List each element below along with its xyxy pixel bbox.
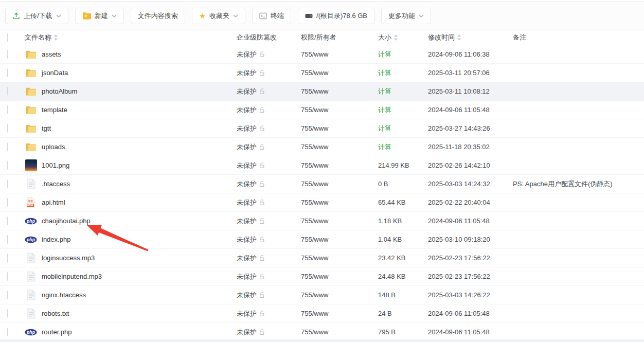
file-name[interactable]: jsonData (42, 69, 68, 77)
unlock-icon[interactable] (259, 106, 265, 113)
row-checkbox[interactable] (7, 161, 8, 170)
folder-icon (25, 87, 37, 96)
unlock-icon[interactable] (259, 181, 265, 187)
folder-icon (25, 124, 37, 133)
row-checkbox[interactable] (7, 291, 8, 299)
calculate-size-link[interactable]: 计算 (378, 105, 428, 115)
unlock-icon[interactable] (259, 162, 265, 169)
modified-time: 2025-02-23 17:56:22 (428, 254, 513, 262)
protect-status: 未保护 (237, 68, 257, 78)
protect-status: 未保护 (237, 328, 257, 337)
row-checkbox[interactable] (7, 179, 8, 188)
unlock-icon[interactable] (259, 88, 265, 95)
new-button[interactable]: 新建 (75, 8, 124, 24)
sort-icon[interactable] (393, 34, 398, 41)
unlock-icon[interactable] (259, 199, 265, 206)
calculate-size-link[interactable]: 计算 (378, 68, 428, 78)
calculate-size-link[interactable]: 计算 (378, 50, 428, 59)
upload-download-button[interactable]: 上传/下载 (5, 8, 68, 24)
file-name[interactable]: assets (42, 50, 61, 58)
row-checkbox[interactable] (7, 217, 8, 225)
folder-icon (25, 142, 37, 151)
header-size[interactable]: 大小 (378, 33, 428, 42)
table-row: .htaccess 未保护 755/www 0 B 2025-03-03 14:… (0, 175, 644, 193)
file-name[interactable]: mobileinputend.mp3 (42, 273, 102, 280)
unlock-icon[interactable] (259, 51, 265, 58)
file-name[interactable]: chaojihoutai.php (42, 217, 91, 225)
row-checkbox[interactable] (7, 105, 8, 114)
unlock-icon[interactable] (259, 218, 265, 224)
row-checkbox[interactable] (7, 254, 8, 262)
calculate-size-link[interactable]: 计算 (378, 142, 428, 152)
sort-icon[interactable] (53, 34, 58, 41)
file-name[interactable]: 1001.png (42, 161, 69, 169)
calculate-size-link[interactable]: 计算 (378, 87, 428, 96)
modified-time: 2025-03-03 14:26:22 (428, 291, 513, 299)
unlock-icon[interactable] (259, 310, 265, 317)
file-size: 214.99 KB (378, 161, 428, 169)
unlock-icon[interactable] (259, 125, 265, 132)
terminal-button[interactable]: 终端 (252, 8, 291, 24)
unlock-icon[interactable] (259, 236, 265, 243)
root-disk-button[interactable]: /(根目录)78.6 GB (298, 8, 374, 24)
favorites-button[interactable]: ★ 收藏夹 (192, 8, 245, 24)
file-name[interactable]: template (42, 106, 67, 114)
row-checkbox[interactable] (7, 198, 8, 207)
protect-status: 未保护 (237, 309, 257, 318)
new-folder-icon (82, 12, 91, 20)
chevron-down-icon (233, 14, 238, 17)
content-search-label: 文件内容搜索 (138, 11, 178, 21)
protect-status: 未保护 (237, 198, 257, 207)
file-size: 24.48 KB (378, 273, 428, 280)
calculate-size-link[interactable]: 计算 (378, 124, 428, 133)
select-all-checkbox[interactable] (7, 33, 8, 42)
file-name[interactable]: nginx.htaccess (42, 291, 86, 299)
protect-status: 未保护 (237, 235, 257, 244)
row-checkbox[interactable] (7, 142, 8, 151)
sort-icon[interactable] (457, 34, 461, 41)
permission-owner: 755/www (301, 291, 378, 299)
modified-time: 2025-02-22 20:40:04 (428, 199, 513, 206)
permission-owner: 755/www (301, 273, 378, 280)
file-name[interactable]: robots.txt (42, 310, 69, 317)
row-checkbox[interactable] (7, 235, 8, 244)
unlock-icon[interactable] (259, 329, 265, 335)
row-checkbox[interactable] (7, 87, 8, 96)
modified-time: 2024-09-06 11:05:48 (428, 106, 513, 114)
html-icon: <> HTML (25, 197, 37, 208)
unlock-icon[interactable] (259, 255, 265, 261)
row-checkbox[interactable] (7, 328, 8, 336)
row-checkbox[interactable] (7, 272, 8, 281)
svg-text:php: php (26, 237, 35, 242)
more-features-button[interactable]: 更多功能 (381, 8, 431, 24)
row-checkbox[interactable] (7, 124, 8, 133)
unlock-icon[interactable] (259, 273, 265, 280)
header-modified-time[interactable]: 修改时间 (428, 33, 513, 42)
content-search-button[interactable]: 文件内容搜索 (131, 8, 185, 24)
row-checkbox[interactable] (7, 50, 8, 59)
modified-time: 2024-09-06 11:06:38 (428, 50, 513, 58)
svg-text:php: php (26, 329, 35, 334)
row-checkbox[interactable] (7, 309, 8, 318)
header-file-name[interactable]: 文件名称 (25, 33, 237, 42)
modified-time: 2024-09-06 11:05:48 (428, 310, 513, 317)
file-name[interactable]: index.php (42, 236, 70, 243)
unlock-icon[interactable] (259, 292, 265, 298)
file-name[interactable]: api.html (42, 199, 65, 206)
file-name[interactable]: .htaccess (42, 180, 70, 188)
new-label: 新建 (95, 11, 108, 21)
file-name[interactable]: uploads (42, 143, 65, 151)
row-checkbox[interactable] (7, 68, 8, 77)
permission-owner: 755/www (301, 310, 378, 317)
file-note[interactable]: PS: Apache用户配置文件(伪静态) (513, 179, 644, 189)
php-icon: php (25, 236, 37, 243)
file-name[interactable]: router.php (42, 328, 72, 336)
upload-download-label: 上传/下载 (24, 11, 52, 21)
table-row: jsonData 未保护 755/www 计算 2025-03-11 20:57… (0, 64, 644, 82)
image-thumbnail (25, 159, 37, 171)
file-name[interactable]: tgtt (42, 124, 51, 132)
unlock-icon[interactable] (259, 143, 265, 150)
file-name[interactable]: loginsuccess.mp3 (42, 254, 95, 262)
file-name[interactable]: photoAlbum (42, 87, 77, 95)
unlock-icon[interactable] (259, 69, 265, 76)
